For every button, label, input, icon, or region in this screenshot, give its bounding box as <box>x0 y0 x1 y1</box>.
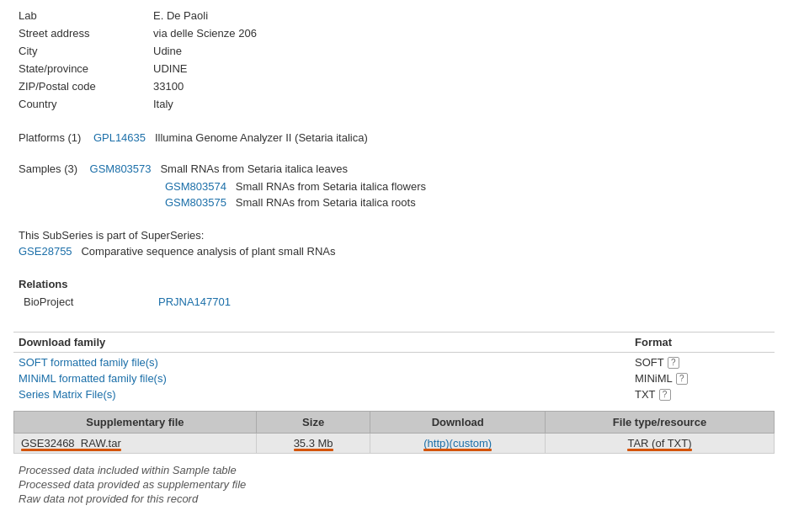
label-street-address: Street address <box>13 24 148 42</box>
sample-link-3[interactable]: GSM803575 <box>165 196 226 209</box>
supplementary-size: 35.3 Mb <box>256 434 370 454</box>
sample-link-1[interactable]: GSM803573 <box>90 162 152 175</box>
sample-desc-1: Small RNAs from Setaria italica leaves <box>154 162 348 175</box>
supplementary-table: Supplementary file Size Download File ty… <box>13 411 775 454</box>
txt-link-container: Series Matrix File(s) <box>19 388 635 401</box>
sample-link-2[interactable]: GSM803574 <box>165 180 226 193</box>
filename-text: GSE32468_RAW.tar <box>21 437 121 450</box>
value-street-address: via delle Scienze 206 <box>148 24 775 42</box>
relations-section: Relations BioProject PRJNA147701 <box>13 273 775 315</box>
col-header-download: Download <box>370 412 546 434</box>
table-row: Street address via delle Scienze 206 <box>13 24 775 42</box>
table-row: Lab E. De Paoli <box>13 7 775 24</box>
value-city: Udine <box>148 42 775 60</box>
supplementary-header-row: Supplementary file Size Download File ty… <box>14 412 775 434</box>
filetype-text: TAR (of TXT) <box>627 437 691 450</box>
relations-table: BioProject PRJNA147701 <box>19 294 769 310</box>
table-row: Country Italy <box>13 95 775 113</box>
platforms-label: Platforms (1) <box>19 131 90 144</box>
samples-label: Samples (3) <box>19 162 87 175</box>
download-section: Download family Format SOFT formatted fa… <box>13 332 775 402</box>
label-country: Country <box>13 95 148 113</box>
txt-format-label: TXT <box>635 388 656 401</box>
label-city: City <box>13 42 148 60</box>
value-country: Italy <box>148 95 775 113</box>
superseries-description: Comparative sequence analysis of plant s… <box>75 245 335 258</box>
relations-header: Relations <box>19 278 769 290</box>
download-row-miniml: MINiML formatted family file(s) MINiML ? <box>13 370 775 386</box>
table-row: City Udine <box>13 42 775 60</box>
bioproject-row: BioProject PRJNA147701 <box>19 294 769 310</box>
col-header-size: Size <box>256 412 370 434</box>
table-row: ZIP/Postal code 33100 <box>13 77 775 95</box>
footer-note-3: Raw data not provided for this record <box>19 492 769 505</box>
platform-link[interactable]: GPL14635 <box>93 131 146 144</box>
download-header-row: Download family Format <box>13 332 775 353</box>
supplementary-filename: GSE32468_RAW.tar <box>14 434 257 454</box>
label-lab: Lab <box>13 7 148 24</box>
series-matrix-link[interactable]: Series Matrix File(s) <box>19 388 116 401</box>
soft-link-container: SOFT formatted family file(s) <box>19 356 635 369</box>
info-table: Lab E. De Paoli Street address via delle… <box>13 7 775 113</box>
soft-help-icon[interactable]: ? <box>668 357 679 369</box>
supplementary-row-1: GSE32468_RAW.tar 35.3 Mb (http)(custom) … <box>14 434 775 454</box>
section-divider-4 <box>13 263 775 273</box>
value-state: UDINE <box>148 60 775 77</box>
format-header: Format <box>635 336 769 348</box>
soft-format-label: SOFT <box>635 356 664 369</box>
sample-row-3: GSM803575 Small RNAs from Setaria italic… <box>13 194 775 214</box>
page-container: Lab E. De Paoli Street address via delle… <box>0 0 788 532</box>
subseries-text: This SubSeries is part of SuperSeries: <box>13 224 775 243</box>
download-http-link[interactable]: (http) <box>423 437 449 450</box>
txt-format: TXT ? <box>635 388 769 401</box>
size-text: 35.3 Mb <box>294 437 333 450</box>
miniml-link-container: MINiML formatted family file(s) <box>19 372 635 385</box>
sample-desc-2: Small RNAs from Setaria italica flowers <box>230 180 426 193</box>
col-header-filetype: File type/resource <box>546 412 775 434</box>
download-row-soft: SOFT formatted family file(s) SOFT ? <box>13 354 775 370</box>
subseries-link-row: GSE28755 Comparative sequence analysis o… <box>13 243 775 263</box>
platforms-row: Platforms (1) GPL14635 Illumina Genome A… <box>13 126 775 149</box>
soft-format: SOFT ? <box>635 356 769 369</box>
miniml-family-link[interactable]: MINiML formatted family file(s) <box>19 372 167 385</box>
col-header-filename: Supplementary file <box>14 412 257 434</box>
value-lab: E. De Paoli <box>148 7 775 24</box>
footer-notes: Processed data included within Sample ta… <box>13 460 775 510</box>
label-zip: ZIP/Postal code <box>13 77 148 95</box>
superseries-link[interactable]: GSE28755 <box>19 245 72 258</box>
section-divider-5 <box>13 315 775 325</box>
bioproject-label: BioProject <box>19 294 153 310</box>
supplementary-download: (http)(custom) <box>370 434 546 454</box>
table-row: State/province UDINE <box>13 60 775 77</box>
miniml-format: MINiML ? <box>635 372 769 385</box>
sample-desc-3: Small RNAs from Setaria italica roots <box>230 196 416 209</box>
platform-description: Illumina Genome Analyzer II (Setaria ita… <box>149 131 368 144</box>
samples-section: Samples (3) GSM803573 Small RNAs from Se… <box>13 159 775 178</box>
section-divider-2 <box>13 149 775 159</box>
download-row-txt: Series Matrix File(s) TXT ? <box>13 386 775 402</box>
download-custom-link[interactable]: (custom) <box>450 437 492 450</box>
bioproject-link[interactable]: PRJNA147701 <box>158 295 231 308</box>
value-zip: 33100 <box>148 77 775 95</box>
download-family-header: Download family <box>19 336 635 348</box>
miniml-format-label: MINiML <box>635 372 673 385</box>
miniml-help-icon[interactable]: ? <box>676 373 688 385</box>
bioproject-value: PRJNA147701 <box>153 294 769 310</box>
section-divider-3 <box>13 214 775 224</box>
download-links: (http)(custom) <box>423 437 492 450</box>
section-divider <box>13 116 775 126</box>
supplementary-filetype: TAR (of TXT) <box>546 434 775 454</box>
sample-row-2: GSM803574 Small RNAs from Setaria italic… <box>13 178 775 194</box>
soft-family-link[interactable]: SOFT formatted family file(s) <box>19 356 158 369</box>
footer-note-2: Processed data provided as supplementary… <box>19 478 769 491</box>
label-state: State/province <box>13 60 148 77</box>
footer-note-1: Processed data included within Sample ta… <box>19 464 769 476</box>
txt-help-icon[interactable]: ? <box>659 389 671 401</box>
